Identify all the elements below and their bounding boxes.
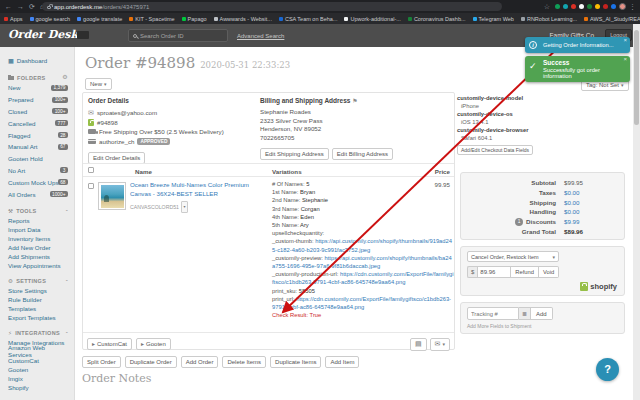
sidebar-tool-item[interactable]: View Appointments (8, 261, 68, 270)
extension-icon[interactable] (587, 4, 592, 9)
void-button[interactable]: Void (539, 266, 559, 278)
sidebar-folder-item[interactable]: Cancelled 777 (8, 117, 68, 129)
refund-amount-input[interactable] (477, 266, 511, 278)
variation-value[interactable]: Eden (300, 214, 314, 220)
extension-icon[interactable] (595, 4, 600, 9)
totals-value[interactable]: $0.00 (564, 189, 616, 196)
order-search-input[interactable]: Search Order ID (128, 29, 228, 42)
print-button[interactable]: ▤ (410, 338, 427, 351)
order-status-dropdown[interactable]: New▾ (85, 78, 112, 90)
variation-value[interactable]: True (310, 312, 322, 318)
bookmark-item[interactable]: RNRobot Learning... (521, 16, 577, 22)
collapse-icon[interactable]: - (66, 207, 68, 213)
bookmark-item[interactable]: Upwork-additional-... (344, 16, 400, 22)
order-action-button[interactable]: Add Order (181, 356, 219, 368)
bookmark-item[interactable]: Apps (4, 16, 23, 22)
extension-icon[interactable] (603, 4, 608, 9)
sku-dropdown-button[interactable]: ▾ (181, 201, 188, 213)
send-to-integration-button[interactable]: ▸ CustomCat (87, 338, 132, 350)
address-bar[interactable]: app.orderdesk.me/orders/43475971 (42, 2, 502, 11)
refund-action-select[interactable]: Cancel Order, Restock Item ▾ (467, 251, 559, 262)
sidebar-settings-item[interactable]: Store Settings (8, 286, 68, 295)
sidebar-folder-item[interactable]: Prepared 100+ (8, 94, 68, 106)
close-icon[interactable]: × (623, 37, 627, 43)
totals-value[interactable]: $9.99 (564, 218, 616, 225)
order-action-button[interactable]: Split Order (82, 356, 121, 368)
select-all-checkbox[interactable] (88, 167, 94, 173)
variation-value[interactable]: Stephanie (302, 197, 328, 203)
back-icon[interactable]: ← (5, 0, 12, 13)
bookmark-item[interactable]: Telegram Web (473, 16, 514, 22)
send-to-integration-button[interactable]: ▸ Gooten (136, 338, 171, 350)
edit-billing-address-button[interactable]: Edit Billing Address (332, 148, 393, 160)
advanced-search-link[interactable]: Advanced Search (237, 33, 284, 39)
product-thumbnail[interactable] (98, 182, 126, 210)
scrollbar-thumb[interactable] (634, 30, 639, 125)
variation-value[interactable]: 58505 (299, 288, 315, 294)
totals-value[interactable]: $89.96 (564, 228, 616, 235)
sidebar-tool-item[interactable]: Reports (8, 216, 68, 225)
bookmark-item[interactable]: google translate (77, 16, 122, 22)
sidebar-integration-item[interactable]: Imgix (8, 374, 68, 383)
variation-value[interactable]: Corgan (301, 206, 320, 212)
bookmark-item[interactable]: Papago (182, 16, 207, 22)
extension-icon[interactable] (571, 4, 576, 9)
add-edit-checkout-data-button[interactable]: Add/Edit Checkout Data Fields (457, 145, 533, 155)
sidebar-tool-item[interactable]: Inventory Items (8, 234, 68, 243)
bookmark-star-icon[interactable]: ☆ (544, 3, 550, 11)
bookmark-item[interactable]: Awwwards - Websit... (214, 16, 272, 22)
orderdesk-logo[interactable]: Order Desk (8, 28, 78, 41)
variation-value[interactable]: https://cdn.customily.com/ExportFile/fam… (272, 296, 451, 310)
edit-shipping-address-button[interactable]: Edit Shipping Address (260, 148, 329, 160)
totals-value[interactable]: $0.00 (564, 199, 616, 206)
sidebar-folder-item[interactable]: No Art 3 (8, 165, 68, 177)
variation-value[interactable]: Ary (300, 222, 309, 228)
sidebar-tool-item[interactable]: Add New Order (8, 243, 68, 252)
source-order-number[interactable]: #94898 (97, 119, 118, 126)
sidebar-folder-item[interactable]: All Orders 1000+ (8, 188, 68, 200)
browser-menu-icon[interactable]: ⋮ (629, 3, 636, 11)
profile-avatar[interactable] (619, 3, 626, 10)
sidebar-folder-item[interactable]: Manual Art 67 (8, 141, 68, 153)
success-toast[interactable]: ✓ Success Successfully got order informa… (525, 56, 630, 82)
sidebar-integration-item[interactable]: Amazon Web Services (8, 347, 68, 356)
sidebar-item-dashboard[interactable]: ▦ Dashboard (8, 54, 68, 66)
forward-icon[interactable]: → (17, 0, 24, 13)
item-name-link[interactable]: Ocean Breeze Multi-Names Color Premium C… (130, 181, 249, 197)
bookmark-item[interactable]: Coronavirus Dashb... (408, 16, 466, 22)
tracking-carrier-icon[interactable]: ≣ (519, 307, 531, 320)
help-button[interactable]: ? (596, 358, 619, 381)
sidebar-settings-item[interactable]: Export Templates (8, 313, 68, 322)
extension-icon[interactable] (611, 4, 616, 9)
email-dropdown-button[interactable]: ✉▾ (430, 338, 450, 351)
sidebar-integration-item[interactable]: Shopify (8, 383, 68, 392)
order-action-button[interactable]: Duplicate Order (125, 356, 177, 368)
sidebar-folder-item[interactable]: Custom Mock Ups 68 (8, 176, 68, 188)
bookmark-item[interactable]: AWS_AI_Study/REA... (584, 16, 640, 22)
add-more-fields-link[interactable]: Add More Fields to Shipment (467, 323, 618, 329)
folder-settings-gear-icon[interactable]: ⚙ (62, 73, 68, 80)
sidebar-settings-item[interactable]: Templates (8, 304, 68, 313)
bookmark-item[interactable]: KIT - Spacetime (129, 16, 174, 22)
add-tracking-button[interactable]: Add (531, 307, 553, 320)
item-checkbox[interactable] (88, 183, 94, 189)
reload-icon[interactable]: ⟳ (29, 0, 35, 13)
order-action-button[interactable]: Add Item (325, 356, 359, 368)
variation-value[interactable]: Bryan (300, 189, 315, 195)
extension-icon[interactable] (563, 4, 568, 9)
sidebar-tool-item[interactable]: Import Data (8, 225, 68, 234)
collapse-icon[interactable]: - (66, 329, 68, 335)
order-action-button[interactable]: Duplicate Items (270, 356, 321, 368)
sidebar-folder-item[interactable]: New 1,379 (8, 82, 68, 94)
sidebar-folder-item[interactable]: Gooten Hold (8, 153, 68, 165)
refund-button[interactable]: Refund (511, 266, 539, 278)
sidebar-tool-item[interactable]: Add Shipments (8, 252, 68, 261)
bookmark-item[interactable]: CSA Team on Beha... (279, 16, 338, 22)
totals-value[interactable]: $99.95 (564, 179, 616, 186)
sidebar-folder-item[interactable]: Closed 100+ (8, 106, 68, 118)
tracking-number-input[interactable] (467, 307, 519, 320)
sidebar-folder-item[interactable]: Flagged 28 (8, 129, 68, 141)
info-toast[interactable]: i Getting Order Information... × (525, 37, 630, 53)
variation-value[interactable]: 5 (306, 181, 309, 187)
collapse-icon[interactable]: - (66, 277, 68, 283)
